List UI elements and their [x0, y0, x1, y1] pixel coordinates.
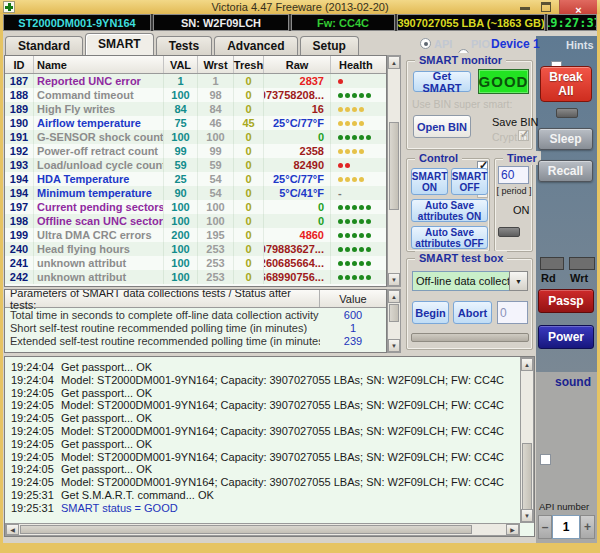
cell-raw: 4860: [264, 228, 331, 242]
table-row[interactable]: 189High Fly writes8484016: [5, 102, 386, 116]
smart-on-button[interactable]: SMART ON: [411, 168, 448, 195]
abort-button[interactable]: Abort: [453, 301, 492, 324]
smart-off-button[interactable]: SMART OFF: [451, 168, 488, 195]
scroll-up-icon[interactable]: [521, 358, 533, 371]
scroll-up-icon[interactable]: [388, 56, 400, 69]
log-message: SMART status = GOOD: [61, 502, 178, 514]
parameters-panel[interactable]: Parameters of SMART data collections tes…: [4, 289, 387, 353]
parameter-row[interactable]: Extended self-test routine recommended p…: [5, 334, 386, 347]
table-row[interactable]: 192Power-off retract count999902358: [5, 144, 386, 158]
log-line: 19:24:05Get passport... OK: [11, 438, 534, 451]
scroll-left-icon[interactable]: [6, 524, 19, 535]
timer-on-label: ON: [513, 204, 530, 216]
api-number-minus-icon[interactable]: –: [538, 515, 552, 539]
smart-test-box-label: SMART test box: [415, 251, 507, 265]
table-row[interactable]: 241unknown attribut10025304260685664...: [5, 256, 386, 270]
smart-monitor-label: SMART monitor: [415, 53, 506, 67]
timer-input[interactable]: [498, 166, 529, 184]
autosave-on-button[interactable]: Auto Save attributes ON: [411, 199, 488, 222]
tab-setup[interactable]: Setup: [300, 36, 359, 55]
scroll-right-icon[interactable]: [506, 524, 519, 535]
scroll-down-icon[interactable]: [388, 273, 400, 286]
save-bin-label: Save BIN: [492, 116, 538, 128]
table-row[interactable]: 240Head flying hours10025301079883627...: [5, 242, 386, 256]
log-time: 19:25:31: [11, 489, 61, 502]
log-area[interactable]: 19:24:04Get passport... OK19:24:04Model:…: [4, 356, 535, 537]
power-button[interactable]: Power: [538, 325, 594, 349]
tab-smart[interactable]: SMART: [85, 33, 154, 55]
test-counter-field[interactable]: [497, 301, 528, 324]
scroll-up-icon[interactable]: [388, 290, 400, 303]
cell-name: Offline scan UNC sectors: [34, 214, 164, 228]
close-button[interactable]: [559, 0, 597, 14]
cell-id: 194: [5, 186, 34, 200]
health-dot: [359, 219, 364, 224]
log-message: Model: ST2000DM001-9YN164; Capacity: 390…: [61, 374, 504, 386]
minimize-icon[interactable]: [520, 7, 530, 10]
parameter-row[interactable]: Short self-test routine recommended poll…: [5, 321, 386, 334]
cell-val: 100: [164, 256, 198, 270]
table-row[interactable]: 199Ultra DMA CRC errors20019504860: [5, 228, 386, 242]
recall-button[interactable]: Recall: [538, 160, 593, 182]
tab-tests[interactable]: Tests: [156, 36, 212, 55]
table-row[interactable]: 187Reported UNC error1102837: [5, 74, 386, 88]
table-row[interactable]: 197Current pending sectors10010000: [5, 200, 386, 214]
cell-raw: 16: [264, 102, 331, 116]
log-message: Model: ST2000DM001-9YN164; Capacity: 390…: [61, 425, 504, 437]
cell-tresh: 0: [234, 228, 264, 242]
table-row[interactable]: 191G-SENSOR shock counter10010000: [5, 130, 386, 144]
cell-id: 187: [5, 74, 34, 88]
api-radio[interactable]: [420, 38, 431, 49]
begin-button[interactable]: Begin: [412, 301, 449, 324]
table-row[interactable]: 188Command timeout1009801073758208...: [5, 88, 386, 102]
api-number-plus-icon[interactable]: +: [580, 515, 595, 539]
log-vscrollbar-thumb[interactable]: [522, 443, 532, 511]
table-row[interactable]: 198Offline scan UNC sectors10010000: [5, 214, 386, 228]
cell-raw: 0: [264, 130, 331, 144]
cell-id: 191: [5, 130, 34, 144]
sound-checkbox[interactable]: [540, 454, 551, 465]
maximize-icon[interactable]: [541, 2, 551, 12]
health-dot: [359, 177, 364, 182]
passp-button[interactable]: Passp: [538, 289, 594, 313]
table-row[interactable]: 194HDA Temperature2554025°C/77°F: [5, 172, 386, 186]
health-dot: [352, 233, 357, 238]
scroll-down-icon[interactable]: [521, 509, 533, 522]
autosave-off-button[interactable]: Auto Save attributes OFF: [411, 226, 488, 249]
log-hscrollbar-thumb[interactable]: [20, 525, 472, 534]
table-scrollbar-thumb[interactable]: [389, 122, 399, 210]
health-indicator: [331, 88, 386, 102]
open-bin-button[interactable]: Open BIN: [413, 115, 471, 138]
scroll-down-icon[interactable]: [388, 339, 400, 352]
parameter-value: 1: [320, 321, 386, 334]
table-row[interactable]: 193Load/unload cycle count5959082490: [5, 158, 386, 172]
chevron-down-icon[interactable]: [509, 271, 528, 291]
break-all-button[interactable]: Break All: [540, 66, 592, 102]
smart-attributes-table[interactable]: ID Name VAL Wrst Tresh Raw Health 187Rep…: [4, 55, 387, 287]
health-dot: [338, 163, 343, 168]
cell-tresh: 0: [234, 130, 264, 144]
api-number-field[interactable]: [552, 515, 580, 539]
header-name: Name: [34, 56, 164, 73]
cell-wrst: 195: [198, 228, 234, 242]
table-row[interactable]: 194Minimum temperature905405°C/41°F-: [5, 186, 386, 200]
log-message: Get passport... OK: [61, 438, 152, 450]
table-scrollbar[interactable]: [387, 55, 401, 287]
api-radio-label: API: [434, 38, 452, 50]
sleep-button[interactable]: Sleep: [538, 128, 593, 150]
parameters-scrollbar-thumb[interactable]: [389, 304, 399, 322]
get-smart-button[interactable]: Get SMART: [413, 71, 471, 92]
table-row[interactable]: 242unknown attribut10025309668990756...: [5, 270, 386, 284]
parameter-label: Extended self-test routine recommended p…: [5, 334, 320, 347]
cell-wrst: 100: [198, 130, 234, 144]
parameter-row[interactable]: Total time in seconds to complete off-li…: [5, 308, 386, 321]
log-message: Model: ST2000DM001-9YN164; Capacity: 390…: [61, 451, 504, 463]
log-hscrollbar[interactable]: [5, 523, 520, 536]
test-select-dropdown[interactable]: Off-line data collect: [412, 271, 528, 291]
tab-advanced[interactable]: Advanced: [214, 36, 297, 55]
table-row[interactable]: 190Airflow temperature75464525°C/77°F: [5, 116, 386, 130]
log-vscrollbar[interactable]: [520, 357, 534, 523]
health-dot: [338, 135, 343, 140]
tab-standard[interactable]: Standard: [5, 36, 83, 55]
parameters-scrollbar[interactable]: [387, 289, 401, 353]
